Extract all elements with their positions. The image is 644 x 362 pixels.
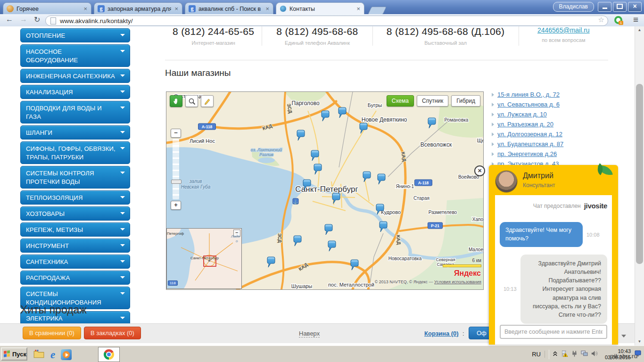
page-scrollbar[interactable]: ▲ ▼ bbox=[635, 26, 644, 346]
menu-icon[interactable]: ≡ bbox=[633, 15, 638, 25]
overview-minimap[interactable]: − 118 ПетергофЛадооСанкт-Петербур bbox=[166, 228, 242, 289]
layer-button[interactable]: Спутник bbox=[417, 95, 448, 107]
magnifier-select-tool[interactable] bbox=[185, 95, 198, 107]
security-alert-icon[interactable] bbox=[561, 350, 568, 359]
category-label: СИСТЕМЫ КОНТРОЛЯ ПРОТЕЧКИ ВОДЫ bbox=[26, 170, 94, 185]
address-link[interactable]: ул. Лужская д. 10 bbox=[497, 111, 547, 118]
layer-button[interactable]: Гибрид bbox=[451, 95, 480, 107]
chat-body: Чат предоставлен jivosite Здравствуйте! … bbox=[495, 195, 612, 345]
explorer-icon[interactable] bbox=[33, 348, 45, 362]
scroll-up-arrow[interactable]: ▲ bbox=[635, 26, 644, 34]
show-desktop-icon[interactable] bbox=[635, 350, 641, 359]
tab-1[interactable]: Горячее× bbox=[3, 2, 91, 15]
taskbar-clock[interactable]: 10:43 03.06.2015 bbox=[602, 348, 631, 361]
map-label: Лисий Нос bbox=[190, 138, 215, 144]
reload-icon[interactable]: ↻ bbox=[34, 15, 40, 24]
minimize-button[interactable] bbox=[598, 2, 611, 12]
yandex-map[interactable]: ⚓ КАДЗСДКАДКАДКАДЗСД А-118А-118Р-21 Сест… bbox=[166, 91, 484, 290]
address-item: ул. Долгоозерная д. 12 bbox=[492, 129, 614, 139]
zoom-in-button[interactable]: + bbox=[171, 201, 181, 210]
address-link[interactable]: ул. Будапештская д. 87 bbox=[497, 140, 563, 148]
close-button[interactable]: × bbox=[628, 2, 642, 12]
scale-bar bbox=[443, 264, 481, 267]
scroll-thumb[interactable] bbox=[636, 84, 643, 264]
category-button[interactable]: КРЕПЕЖ, МЕТИЗЫ bbox=[20, 222, 130, 237]
power-plug-icon[interactable] bbox=[571, 350, 578, 359]
google-favicon: g bbox=[98, 5, 105, 12]
triangle-bullet-icon bbox=[492, 142, 494, 146]
tab-close-icon[interactable]: × bbox=[265, 6, 270, 12]
triangle-bullet-icon bbox=[492, 152, 494, 156]
media-player-icon[interactable] bbox=[61, 349, 72, 360]
extension-icon[interactable]: 1 bbox=[614, 16, 622, 24]
volume-icon[interactable] bbox=[591, 350, 598, 359]
contacts-row: 8 (812) 244-65-65Интернет-магазин8 (812)… bbox=[165, 26, 608, 54]
phone-column: 8 (812) 244-65-65Интернет-магазин bbox=[165, 26, 262, 46]
url-text[interactable]: www.akvalink.ru/kontakty/ bbox=[60, 17, 133, 25]
ruler-tool[interactable] bbox=[201, 95, 214, 107]
chrome-user-button[interactable]: Владислав bbox=[553, 2, 594, 12]
category-button[interactable]: ИНЖЕНЕРНАЯ САНТЕХНИКА bbox=[20, 69, 130, 83]
address-bar[interactable]: www.akvalink.ru/kontakty/ bbox=[45, 16, 608, 26]
map-label: Парголово bbox=[291, 100, 320, 107]
address-link[interactable]: ул. Разъезжая д. 20 bbox=[497, 121, 553, 128]
scroll-down-arrow[interactable]: ▼ bbox=[635, 338, 644, 346]
chat-close-icon[interactable]: ✕ bbox=[474, 165, 485, 176]
category-button[interactable]: ПОДВОДКИ ДЛЯ ВОДЫ И ГАЗА bbox=[20, 101, 130, 123]
language-indicator[interactable]: RU bbox=[532, 351, 545, 358]
cart-link[interactable]: Корзина (0) bbox=[424, 330, 459, 337]
bookmark-star-icon[interactable]: ☆ bbox=[598, 16, 604, 24]
tab-close-icon[interactable]: × bbox=[356, 6, 361, 12]
category-button[interactable]: СИСТЕМЫ КОНТРОЛЯ ПРОТЕЧКИ ВОДЫ bbox=[20, 166, 130, 189]
jivosite-logo[interactable]: jivosite bbox=[584, 202, 607, 210]
chevron-down-icon bbox=[120, 131, 125, 133]
forward-icon[interactable]: → bbox=[20, 15, 27, 24]
category-button[interactable]: ШЛАНГИ bbox=[20, 125, 130, 140]
address-link[interactable]: пр. Энергетиков д.26 bbox=[497, 150, 557, 157]
category-button[interactable]: КАНАЛИЗАЦИЯ bbox=[20, 85, 130, 99]
road-label: КАД bbox=[396, 235, 402, 245]
category-button[interactable]: СИФОНЫ, ГОФРЫ, ОБВЯЗКИ, ТРАПЫ, ПАТРУБКИ bbox=[20, 141, 130, 164]
category-button[interactable]: ИНСТРУМЕНТ bbox=[20, 239, 130, 253]
tab-title: Контакты bbox=[289, 6, 353, 12]
chat-collapse-arrow-icon[interactable] bbox=[621, 335, 626, 337]
category-button[interactable]: ХОЗТОВАРЫ bbox=[20, 206, 130, 221]
system-tray: RU 10:43 03.06.2015 bbox=[532, 346, 643, 362]
category-button[interactable]: РАСПРОДАЖА bbox=[20, 271, 130, 285]
terms-link[interactable]: Условия использования bbox=[434, 280, 481, 284]
zoom-slider[interactable] bbox=[173, 139, 179, 199]
phone-column: 8 (812) 495-68-68 (Д.106)Выставочный зал bbox=[372, 26, 519, 46]
zoom-slider-thumb[interactable] bbox=[171, 180, 182, 184]
minimap-label: Ладо bbox=[231, 234, 240, 239]
tab-close-icon[interactable]: × bbox=[83, 6, 88, 12]
email-link[interactable]: 2446565@mail.ru bbox=[537, 26, 590, 34]
pan-hand-tool[interactable] bbox=[170, 95, 182, 107]
tab-2[interactable]: gзапорная арматура для пис× bbox=[94, 2, 182, 15]
address-link[interactable]: ул. Долгоозерная д. 12 bbox=[497, 131, 562, 138]
category-button[interactable]: САНТЕХНИКА bbox=[20, 255, 130, 269]
start-button[interactable]: Пуск bbox=[1, 347, 27, 361]
tab-4[interactable]: Контакты× bbox=[276, 2, 364, 15]
restore-button[interactable] bbox=[613, 2, 627, 12]
chat-message-input[interactable] bbox=[500, 325, 607, 339]
expand-tray-icon[interactable] bbox=[552, 350, 558, 359]
address-link[interactable]: ул. Севастьянова д. 6 bbox=[497, 101, 560, 108]
bookmarks-button[interactable]: В закладках (0) bbox=[84, 327, 141, 339]
address-link[interactable]: 15-я линия В.О., д. 72 bbox=[497, 91, 560, 98]
back-to-top-link[interactable]: Наверх bbox=[299, 330, 320, 337]
chrome-task-button[interactable] bbox=[98, 347, 120, 362]
back-icon[interactable]: ← bbox=[6, 15, 13, 24]
zoom-out-button[interactable]: − bbox=[171, 129, 181, 138]
address-item: пр. Энергетиков д.26 bbox=[492, 149, 614, 159]
compare-button[interactable]: В сравнении (0) bbox=[23, 327, 81, 339]
category-button[interactable]: ОТОПЛЕНИЕ bbox=[20, 28, 130, 42]
layer-button[interactable]: Схема bbox=[387, 95, 414, 107]
tab-3[interactable]: gаквалинк спб - Поиск в Goo× bbox=[185, 2, 273, 15]
yandex-logo[interactable]: Яндекс bbox=[454, 269, 481, 278]
network-icon[interactable] bbox=[581, 350, 588, 359]
category-button[interactable]: ТЕПЛОИЗОЛЯЦИЯ bbox=[20, 190, 130, 205]
new-tab-button[interactable] bbox=[368, 7, 387, 15]
category-button[interactable]: НАСОСНОЕ ОБОРУДОВАНИЕ bbox=[20, 44, 130, 67]
tab-close-icon[interactable]: × bbox=[174, 6, 179, 12]
internet-explorer-icon[interactable]: e bbox=[50, 349, 55, 361]
